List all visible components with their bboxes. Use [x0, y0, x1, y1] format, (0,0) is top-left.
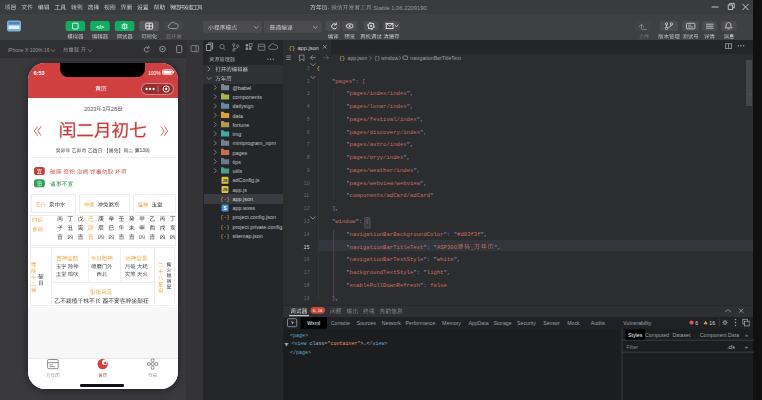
svg-text:{-}: {-} [220, 234, 229, 240]
svg-text:AppData: AppData [468, 320, 488, 326]
svg-text:/view: /view [370, 341, 385, 347]
svg-text:app.js: app.js [233, 187, 248, 193]
svg-text:adConfig.js: adConfig.js [233, 177, 260, 183]
svg-text:14: 14 [304, 231, 310, 237]
svg-text:,: , [410, 90, 413, 97]
svg-text::: : [359, 218, 366, 225]
svg-text:4: 4 [307, 103, 310, 109]
svg-text:13: 13 [304, 218, 310, 224]
svg-text:class: class [307, 341, 325, 347]
svg-text:Sensor: Sensor [543, 320, 560, 326]
svg-text:Stable 1.06.2209190: Stable 1.06.2209190 [372, 5, 427, 11]
svg-text:1: 1 [307, 65, 310, 71]
svg-text:8: 8 [307, 154, 310, 160]
svg-text:9: 9 [307, 167, 310, 173]
svg-text:+: + [745, 343, 749, 350]
svg-text:28: 28 [111, 106, 117, 112]
svg-text:-: - [328, 5, 332, 11]
svg-text:Wxml: Wxml [307, 320, 320, 326]
svg-text:_: _ [470, 244, 475, 251]
svg-text:page: page [293, 333, 305, 339]
svg-text:pages/webview/webview: pages/webview/webview [350, 180, 421, 187]
svg-text:{-}: {-} [220, 225, 229, 231]
svg-text:5: 5 [307, 116, 310, 122]
svg-text:pages/index/index: pages/index/index [350, 90, 408, 97]
svg-text:Network: Network [382, 320, 401, 326]
svg-text:Sources: Sources [357, 320, 376, 326]
svg-text:[: [ [362, 78, 365, 85]
svg-text:>: > [308, 350, 311, 356]
svg-text:Performance: Performance [406, 320, 436, 326]
svg-text:,: , [423, 129, 426, 136]
svg-text:,: , [420, 116, 423, 123]
svg-text:Vulnerability: Vulnerability [623, 320, 651, 326]
svg-text:13: 13 [139, 148, 145, 153]
svg-text:data: data [233, 113, 244, 119]
svg-text:app.json: app.json [298, 45, 319, 51]
svg-text:6: 6 [307, 129, 310, 135]
svg-text:S: S [223, 206, 226, 211]
svg-text:iPhone X 100% 16: iPhone X 100% 16 [8, 47, 50, 53]
svg-text:app.json: app.json [233, 196, 253, 202]
svg-text:tips: tips [233, 159, 242, 165]
svg-text:>: > [385, 341, 388, 347]
svg-text:dailysign: dailysign [233, 103, 254, 109]
svg-text:navigationBarTextStyle: navigationBarTextStyle [350, 256, 424, 263]
svg-text:{: { [366, 218, 369, 225]
svg-text:,: , [335, 295, 338, 302]
svg-text:project.private.config.js…: project.private.config.js… [233, 224, 294, 230]
svg-text:Console: Console [331, 320, 350, 326]
svg-text:Audits: Audits [591, 320, 606, 326]
svg-text:{}: {} [289, 45, 296, 52]
svg-text:Mock: Mock [567, 320, 580, 326]
svg-text:12: 12 [304, 205, 310, 211]
svg-text:pages/festival/index: pages/festival/index [350, 116, 418, 123]
svg-text:Filter: Filter [627, 344, 639, 350]
svg-text:18: 18 [304, 282, 310, 288]
svg-text:Styles: Styles [628, 332, 643, 338]
svg-text:JS: JS [222, 187, 227, 192]
svg-text:>…<: >…< [361, 341, 370, 347]
svg-text:10: 10 [304, 180, 310, 186]
svg-text:{-}: {-} [220, 197, 229, 203]
svg-text:backgroundTextStyle: backgroundTextStyle [350, 269, 414, 276]
svg-text:11: 11 [304, 192, 309, 198]
svg-text:#d03f3f: #d03f3f [457, 231, 481, 238]
svg-text:,: , [410, 141, 413, 148]
svg-text:»: » [745, 332, 748, 338]
svg-text:,: , [410, 103, 413, 110]
svg-text:{}: {} [374, 56, 380, 62]
svg-text:</>: </> [96, 24, 104, 30]
svg-text:.cls: .cls [727, 344, 735, 350]
svg-text:Component Data: Component Data [700, 332, 739, 338]
svg-text:utils: utils [233, 168, 243, 174]
svg-text:6:53: 6:53 [34, 70, 45, 76]
svg-text:2: 2 [307, 78, 310, 84]
svg-text:2023: 2023 [84, 106, 96, 112]
svg-text:navigationBarTitleText: navigationBarTitleText [410, 55, 461, 61]
svg-text:ASP300: ASP300 [437, 244, 458, 251]
svg-text:pages: pages [233, 150, 248, 156]
svg-text:false: false [430, 282, 447, 289]
svg-text:": " [430, 192, 433, 199]
svg-text:fortune: fortune [233, 122, 250, 128]
svg-text:pages: pages [335, 78, 352, 85]
svg-text:{}: {} [339, 56, 345, 62]
svg-text:@babel: @babel [233, 85, 252, 91]
svg-text:app.wxss: app.wxss [233, 205, 256, 211]
svg-text:3: 3 [307, 90, 310, 96]
svg-text:white: white [437, 256, 454, 263]
svg-text:7: 7 [307, 141, 310, 147]
svg-text:light: light [427, 269, 444, 276]
svg-text:,: , [423, 180, 426, 187]
svg-text:pages/astro/index: pages/astro/index [350, 141, 408, 148]
svg-text:pages/weather/index: pages/weather/index [350, 167, 414, 174]
svg-text:,: , [407, 154, 410, 161]
svg-text:3: 3 [102, 106, 105, 112]
svg-text:components: components [233, 94, 263, 100]
svg-text:{: { [317, 65, 320, 72]
svg-text:"container": "container" [328, 341, 361, 347]
svg-text:img: img [233, 131, 242, 137]
svg-text:,: , [417, 167, 420, 174]
svg-text:{-}: {-} [220, 215, 229, 221]
